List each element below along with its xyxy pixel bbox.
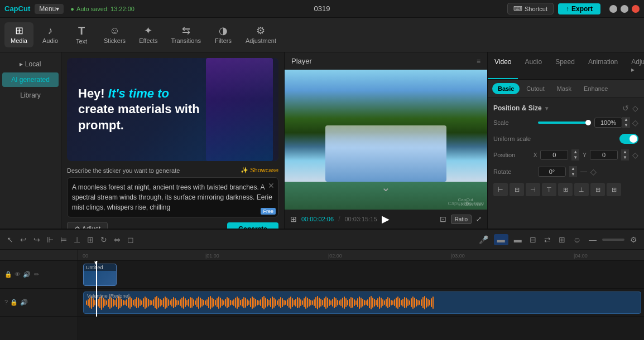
generate-button[interactable]: Generate [227, 222, 278, 229]
tab-speed[interactable]: Speed [549, 52, 581, 79]
toolbar-text[interactable]: T Text [67, 22, 96, 48]
align-right-button[interactable]: ⊣ [526, 183, 540, 196]
lock-icon[interactable]: 🔒 [4, 271, 12, 278]
video-clip[interactable]: Untitled [83, 264, 117, 286]
waveform-bar [155, 297, 156, 308]
cursor-tool[interactable]: ↖ [4, 234, 16, 245]
split-tool2[interactable]: ⊨ [58, 234, 69, 245]
transition-btn[interactable]: ⇄ [542, 234, 553, 245]
sub-tab-enhance[interactable]: Enhance [578, 83, 613, 94]
maximize-button[interactable] [621, 5, 628, 13]
shortcut-button[interactable]: ⌨ Shortcut [507, 3, 554, 14]
audio-clip[interactable]: Valentine [Redone] [83, 292, 641, 314]
trim-tool[interactable]: ◻ [125, 234, 136, 245]
rotate-down[interactable]: ▼ [569, 172, 577, 177]
sub-tab-mask[interactable]: Mask [551, 83, 577, 94]
play-button[interactable]: ▶ [382, 213, 390, 225]
x-down[interactable]: ▼ [571, 155, 579, 161]
toolbar-transitions[interactable]: ⇆ Transitions [166, 22, 206, 47]
export-button[interactable]: ↑ Export [558, 3, 600, 14]
toolbar-adjustment[interactable]: ⚙ Adjustment [240, 22, 282, 47]
adjust-button[interactable]: ⚙ Adjust [67, 222, 108, 229]
keyframe-icon[interactable]: ◇ [632, 104, 638, 113]
align-extra2-button[interactable]: ⊞ [607, 183, 621, 196]
undo-button[interactable]: ↩ [18, 234, 29, 245]
rotate-keyframe-icon[interactable]: ◇ [590, 167, 597, 176]
edit-icon[interactable]: ✏ [34, 271, 39, 278]
y-up[interactable]: ▲ [621, 149, 629, 155]
scale-down[interactable]: ▼ [622, 123, 630, 128]
sub-tab-cutout[interactable]: Cutout [521, 83, 550, 94]
x-up[interactable]: ▲ [571, 149, 579, 155]
menu-button[interactable]: Menu▾ [35, 4, 64, 14]
rotate-tool[interactable]: ↻ [98, 234, 109, 245]
playhead[interactable] [96, 261, 97, 317]
align-center-v-button[interactable]: ⊞ [558, 183, 573, 196]
showcase-button[interactable]: ✨ Showcase [241, 167, 278, 174]
grid-view-button[interactable]: ⊞ [290, 215, 297, 224]
toolbar-filters[interactable]: ◑ Filters [209, 22, 238, 47]
player-menu-button[interactable]: ≡ [477, 57, 480, 65]
scale-keyframe-icon[interactable]: ◇ [632, 118, 638, 127]
ai-generated-tab[interactable]: AI generated [2, 72, 59, 87]
tab-video[interactable]: Video [488, 52, 518, 79]
sticker-track-btn[interactable]: ⊞ [556, 234, 568, 245]
toolbar-stickers[interactable]: ☺ Stickers [98, 22, 131, 47]
tab-more[interactable]: Adju ▸ [624, 52, 644, 79]
split-btn2[interactable]: ⊟ [527, 234, 539, 245]
close-button[interactable] [632, 5, 640, 13]
zoom-slider[interactable] [602, 239, 624, 241]
align-extra1-button[interactable]: ⊞ [590, 183, 605, 196]
audio-mute-icon[interactable]: 🔊 [20, 299, 28, 306]
tab-audio[interactable]: Audio [518, 52, 549, 79]
tab-animation[interactable]: Animation [581, 52, 624, 79]
clip-title: Untitled [84, 264, 116, 271]
ratio-button[interactable]: Ratio [451, 215, 472, 224]
align-left-button[interactable]: ⊢ [493, 183, 508, 196]
library-tab[interactable]: Library [2, 88, 59, 103]
y-down[interactable]: ▼ [621, 155, 629, 161]
reset-icon[interactable]: ↺ [622, 104, 629, 113]
local-tab[interactable]: ▸ Local [2, 57, 59, 71]
align-top-button[interactable]: ⊤ [542, 183, 556, 196]
toolbar-effects[interactable]: ✦ Effects [133, 22, 163, 47]
align-bottom-button[interactable]: ⊥ [574, 183, 589, 196]
audio-track-btn[interactable]: ▬ [512, 234, 524, 245]
rotate-up[interactable]: ▲ [569, 166, 577, 172]
audio-help-icon[interactable]: ? [4, 299, 8, 306]
settings-btn[interactable]: ⚙ [628, 234, 640, 245]
minimize-button[interactable] [609, 5, 617, 13]
fullscreen-button[interactable]: ⤢ [476, 215, 482, 223]
video-track-btn[interactable]: ▬ [494, 234, 508, 245]
emoji-btn[interactable]: ☺ [571, 234, 583, 245]
uniform-scale-toggle[interactable] [619, 134, 638, 144]
scale-input[interactable]: 100% [594, 118, 622, 128]
x-input[interactable]: 0 [540, 150, 568, 160]
toolbar-media[interactable]: ⊞ Media [4, 22, 33, 47]
zoom-out-btn[interactable]: — [587, 234, 599, 245]
mute-icon[interactable]: 🔊 [23, 271, 31, 278]
sub-tab-basic[interactable]: Basic [492, 83, 520, 94]
mic-button[interactable]: 🎤 [477, 234, 491, 245]
split-tool[interactable]: ⊩ [45, 234, 56, 245]
audio-lock-icon[interactable]: 🔒 [10, 299, 18, 306]
prompt-close-button[interactable]: ✕ [268, 181, 275, 190]
eye-icon[interactable]: 👁 [15, 271, 21, 278]
banner-line3: prompt. [78, 118, 124, 132]
toolbar-audio[interactable]: ♪ Audio [36, 22, 65, 47]
scale-up[interactable]: ▲ [622, 117, 630, 123]
flip-tool[interactable]: ⇔ [112, 234, 123, 245]
y-input[interactable]: 0 [590, 150, 618, 160]
redo-button[interactable]: ↪ [31, 234, 42, 245]
scale-track[interactable] [538, 122, 590, 124]
transform-tool[interactable]: ⊞ [85, 234, 96, 245]
scale-thumb[interactable] [585, 120, 591, 125]
crop-tool-button[interactable]: ⊡ [440, 215, 446, 224]
waveform-bar [394, 299, 395, 306]
scale-slider[interactable] [538, 122, 590, 124]
waveform-bar [340, 299, 342, 306]
position-keyframe-icon[interactable]: ◇ [632, 150, 638, 159]
crop-tool[interactable]: ⊥ [71, 234, 83, 245]
align-center-h-button[interactable]: ⊟ [510, 183, 524, 196]
rotate-input[interactable]: 0° [538, 167, 566, 177]
